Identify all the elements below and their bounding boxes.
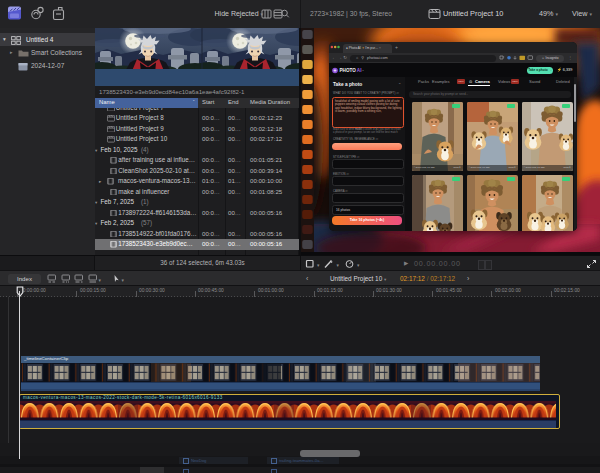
svg-text:PHOTO AI™: PHOTO AI™ <box>340 68 365 73</box>
svg-text:▾: ▾ <box>99 278 102 283</box>
svg-text:▾: ▾ <box>357 262 360 267</box>
svg-text:▾: ▾ <box>122 278 125 283</box>
svg-text:▾: ▾ <box>337 262 340 267</box>
svg-text:▾: ▾ <box>317 262 320 267</box>
